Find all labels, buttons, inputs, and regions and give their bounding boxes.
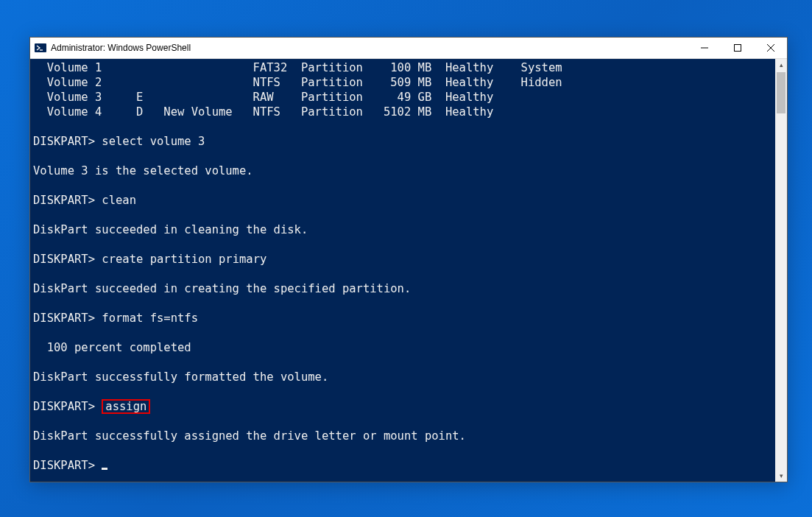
command-text: format fs=ntfs [102,312,198,325]
command-text: create partition primary [102,253,266,266]
terminal-area: Volume 1 FAT32 Partition 100 MB Healthy … [30,59,787,482]
progress-text: 100 percent completed [33,341,191,354]
volume-row: Volume 3 E RAW Partition 49 GB Healthy [33,91,493,104]
response-text: DiskPart succeeded in creating the speci… [33,282,411,295]
window-title: Administrator: Windows PowerShell [51,43,688,53]
response-text: DiskPart succeeded in cleaning the disk. [33,223,308,236]
volume-row: Volume 4 D New Volume NTFS Partition 510… [33,105,493,119]
terminal-output[interactable]: Volume 1 FAT32 Partition 100 MB Healthy … [30,59,775,482]
command-text: clean [102,194,136,207]
minimize-button[interactable] [688,38,721,58]
cursor [102,468,107,470]
maximize-button[interactable] [721,38,754,58]
prompt: DISKPART> [33,459,102,472]
svg-rect-3 [734,45,741,52]
prompt: DISKPART> [33,135,102,148]
volume-row: Volume 2 NTFS Partition 509 MB Healthy H… [33,76,562,89]
response-text: DiskPart successfully assigned the drive… [33,429,466,443]
scroll-thumb[interactable] [777,72,785,113]
prompt: DISKPART> [33,312,102,325]
close-button[interactable] [754,38,787,58]
powershell-window: Administrator: Windows PowerShell Volume… [29,37,788,482]
scroll-up-arrow-icon[interactable]: ▴ [775,59,787,71]
scroll-down-arrow-icon[interactable]: ▾ [775,470,787,482]
prompt: DISKPART> [33,194,102,207]
vertical-scrollbar[interactable]: ▴ ▾ [775,59,787,482]
volume-row: Volume 1 FAT32 Partition 100 MB Healthy … [33,61,562,74]
powershell-icon [35,42,46,54]
command-text: select volume 3 [102,135,205,148]
titlebar[interactable]: Administrator: Windows PowerShell [30,38,787,59]
window-controls [688,38,787,58]
response-text: Volume 3 is the selected volume. [33,164,253,177]
highlighted-command: assign [102,399,150,414]
response-text: DiskPart successfully formatted the volu… [33,370,328,384]
prompt: DISKPART> [33,253,102,266]
prompt: DISKPART> [33,400,102,413]
